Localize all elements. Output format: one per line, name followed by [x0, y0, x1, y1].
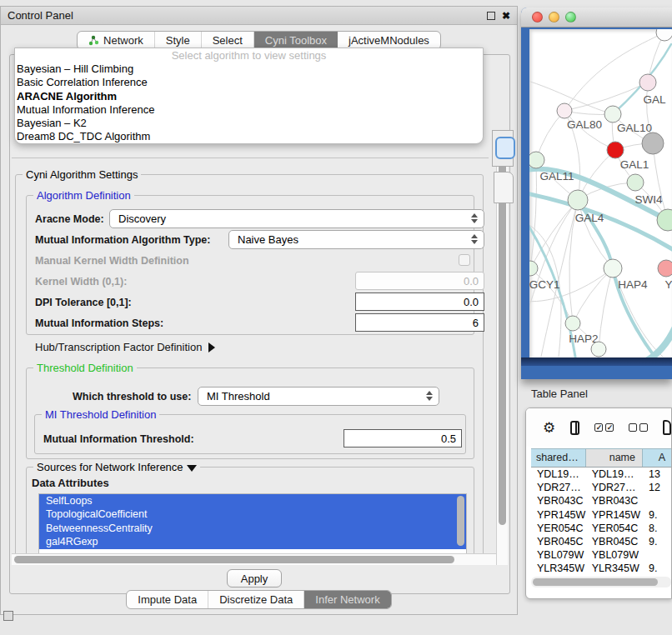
gear-icon[interactable]: ⚙: [543, 421, 555, 435]
spinner-arrows-icon: [471, 234, 478, 244]
table-cell: YBR045C: [531, 535, 586, 548]
settings-horizontal-scrollbar[interactable]: [12, 553, 496, 565]
tab-jactivemnodules[interactable]: jActiveMNodules: [338, 32, 440, 49]
table-cell: 9.: [643, 535, 672, 548]
column-header-1[interactable]: shared…: [531, 449, 586, 467]
node[interactable]: [656, 29, 672, 41]
table-row[interactable]: YPR145WYPR145W9.: [531, 508, 672, 522]
attribute-list-item[interactable]: SelfLoops: [39, 494, 466, 508]
column-header-3[interactable]: A: [643, 449, 672, 467]
deselect-all-icon[interactable]: [629, 423, 648, 432]
control-panel-title: Control Panel: [8, 9, 73, 22]
mi-steps-field[interactable]: 6: [355, 313, 484, 332]
network-window-titlebar[interactable]: [521, 8, 672, 28]
mi-threshold-field[interactable]: 0.5: [344, 429, 462, 448]
node-gal11[interactable]: [529, 152, 544, 168]
hidden-combo-fragment: [495, 137, 515, 159]
tab-select[interactable]: Select: [202, 32, 254, 49]
table-row[interactable]: YLR345WYLR345W9.: [531, 562, 672, 575]
mi-algorithm-type-combo[interactable]: Naive Bayes: [228, 230, 484, 249]
column-header-2[interactable]: name: [586, 449, 643, 467]
node-gray[interactable]: [642, 132, 664, 154]
kernel-width-label: Kernel Width (0,1):: [35, 276, 127, 288]
node-hap4[interactable]: [604, 259, 622, 278]
node-swi4[interactable]: [657, 209, 672, 231]
dropdown-option[interactable]: Bayesian – K2: [15, 117, 483, 130]
table-row[interactable]: YBR043CYBR043C: [531, 494, 672, 508]
dpi-tolerance-label: DPI Tolerance [0,1]:: [35, 297, 132, 308]
data-attributes-listbox[interactable]: SelfLoopsTopologicalCoefficientBetweenne…: [38, 493, 467, 553]
minimize-traffic-light-icon[interactable]: [549, 12, 559, 22]
aracne-mode-combo[interactable]: Discovery: [109, 209, 484, 228]
apply-button[interactable]: Apply: [227, 569, 282, 588]
table-cell: [643, 548, 672, 562]
algorithm-definition-title: Algorithm Definition: [33, 189, 134, 202]
table-cell: YDL19…: [586, 468, 643, 481]
dropdown-option[interactable]: ARACNE Algorithm: [15, 90, 483, 103]
table-cell: YDL19…: [531, 468, 586, 481]
node-gal7[interactable]: [639, 74, 656, 91]
tab-network[interactable]: Network: [78, 32, 155, 49]
table-cell: YBR043C: [531, 494, 586, 508]
node-gal10[interactable]: [604, 106, 621, 122]
data-attributes-label: Data Attributes: [32, 477, 109, 489]
network-canvas[interactable]: GALGAL80GAL10GAL1GAL11SWI4GAL4GCY1HAP4YH…: [529, 29, 672, 358]
attribute-list-item[interactable]: gal4RGexp: [39, 535, 466, 548]
tab-discretize-data[interactable]: Discretize Data: [208, 591, 304, 608]
node-hap2[interactable]: [565, 316, 580, 331]
algorithm-dropdown-list: Select algorithm to view settings Bayesi…: [14, 48, 484, 144]
close-icon[interactable]: ✖: [502, 12, 510, 20]
node-gal80[interactable]: [557, 103, 572, 118]
node-label: SWI4: [634, 193, 662, 206]
node-gal1[interactable]: [607, 142, 624, 158]
dropdown-option[interactable]: Dream8 DC_TDC Algorithm: [15, 130, 483, 143]
table-panel-title: Table Panel: [531, 388, 588, 400]
tab-infer-network[interactable]: Infer Network: [304, 591, 390, 608]
network-window-frame: [521, 358, 672, 366]
which-threshold-value: MI Threshold: [207, 390, 270, 402]
hub-transcription-expander[interactable]: Hub/Transcription Factor Definition: [35, 341, 215, 353]
table-row[interactable]: YER054CYER054C8.: [531, 522, 672, 535]
control-panel-titlebar: Control Panel ✖: [1, 7, 517, 25]
spinner-arrows-icon: [426, 391, 433, 401]
node[interactable]: [627, 174, 644, 191]
dropdown-option[interactable]: Basic Correlation Inference: [15, 76, 483, 89]
split-columns-icon[interactable]: [570, 421, 579, 435]
tab-label: Cyni Toolbox: [265, 34, 327, 47]
zoom-traffic-light-icon[interactable]: [565, 12, 576, 22]
table-horizontal-scrollbar[interactable]: [531, 577, 671, 588]
node-y[interactable]: [658, 260, 672, 277]
dropdown-option[interactable]: Bayesian – Hill Climbing: [15, 62, 483, 76]
select-all-icon[interactable]: ✓✓: [594, 423, 614, 432]
dropdown-placeholder: Select algorithm to view settings: [15, 48, 483, 62]
dropdown-option[interactable]: Mutual Information Inference: [15, 103, 483, 117]
node-label: GAL80: [567, 118, 602, 131]
table-row[interactable]: YBR045CYBR045C9.: [531, 535, 672, 548]
close-traffic-light-icon[interactable]: [532, 12, 543, 22]
node-gal4[interactable]: [568, 190, 588, 210]
kernel-width-field[interactable]: 0.0: [355, 272, 484, 290]
node[interactable]: [591, 342, 606, 357]
attribute-list-item[interactable]: TopologicalCoefficient: [39, 508, 466, 521]
which-threshold-label: Which threshold to use:: [73, 391, 191, 402]
node-label: GAL4: [575, 212, 604, 224]
tab-impute-data[interactable]: Impute Data: [127, 591, 208, 608]
new-column-icon[interactable]: [663, 420, 671, 435]
attribute-list-item[interactable]: BetweennessCentrality: [39, 522, 466, 535]
tab-label: Discretize Data: [219, 593, 293, 606]
tab-style[interactable]: Style: [155, 32, 202, 49]
network-graph: GALGAL80GAL10GAL1GAL11SWI4GAL4GCY1HAP4YH…: [529, 29, 672, 358]
tab-cyni-toolbox[interactable]: Cyni Toolbox: [254, 32, 338, 49]
aracne-mode-label: Aracne Mode:: [35, 213, 104, 225]
settings-vertical-scrollbar[interactable]: [496, 158, 508, 565]
minimized-panel-icon[interactable]: [3, 611, 13, 621]
listbox-scrollbar[interactable]: [457, 496, 464, 546]
dpi-tolerance-field[interactable]: 0.0: [355, 292, 484, 311]
table-row[interactable]: YDL19…YDL19…13: [531, 468, 672, 481]
manual-kernel-width-checkbox[interactable]: [459, 254, 470, 266]
table-row[interactable]: YDR27…YDR27…12: [531, 481, 672, 494]
table-row[interactable]: YBL079WYBL079W: [531, 548, 672, 562]
float-window-icon[interactable]: [487, 12, 495, 20]
which-threshold-combo[interactable]: MI Threshold: [198, 387, 439, 406]
mi-algorithm-type-value: Naive Bayes: [238, 233, 298, 246]
